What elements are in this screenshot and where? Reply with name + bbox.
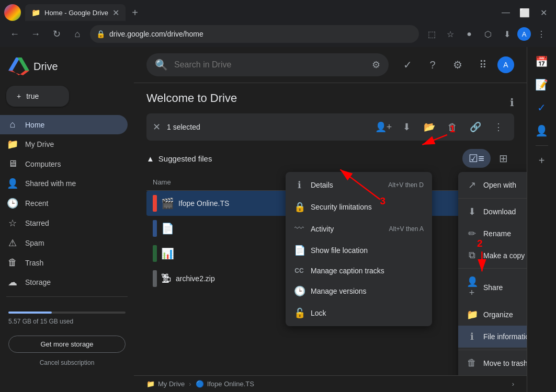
suggested-title-text: Suggested files [158, 154, 212, 163]
app: Drive + true ⌂ Home 📁 My Drive 🖥 Compute… [0, 47, 556, 392]
tab-close-button[interactable]: ✕ [112, 8, 119, 18]
menu-item-captions[interactable]: CC Manage caption tracks [286, 261, 432, 280]
sidebar-icon-shared: 👤 [6, 178, 19, 189]
list-view-button[interactable]: ☑≡ [462, 149, 491, 168]
header-icons: ✓ ? ⚙ ⠿ A [397, 54, 514, 75]
breadcrumb-bar: 📁 My Drive › 🔵 Ifope Online.TS › [134, 375, 527, 392]
new-button[interactable]: + true [6, 86, 69, 107]
settings-button[interactable]: ⚙ [447, 54, 468, 75]
share-action-button[interactable]: 👤+ [374, 118, 393, 136]
cancel-subscription-link[interactable]: Cancel subscription [0, 357, 134, 368]
sidebar-item-starred[interactable]: ☆ Starred [0, 213, 128, 233]
user-avatar[interactable]: A [497, 56, 514, 73]
sidebar-icon-my-drive: 📁 [6, 139, 19, 150]
suggested-title: ▲ Suggested files [146, 154, 212, 163]
selection-bar: ✕ 1 selected 👤+ ⬇ 📂 🗑 🔗 ⋮ [146, 113, 514, 141]
captions-label: Manage caption tracks [311, 267, 424, 275]
back-button[interactable]: ← [6, 26, 23, 42]
breadcrumb-file-icon: 🔵 [196, 380, 204, 388]
breadcrumb-my-drive[interactable]: 📁 My Drive [146, 380, 185, 388]
tasks-icon[interactable]: ✓ [531, 97, 552, 118]
menu-item-download[interactable]: ⬇ Download [458, 201, 527, 223]
menu-item-details[interactable]: ℹ Details Alt+V then D [286, 174, 432, 196]
sidebar-label-computers: Computers [25, 160, 61, 168]
add-icon[interactable]: + [531, 150, 552, 171]
home-button[interactable]: ⌂ [69, 26, 86, 42]
apps-button[interactable]: ⠿ [472, 54, 493, 75]
selection-close-button[interactable]: ✕ [153, 121, 161, 133]
link-action-button[interactable]: 🔗 [466, 118, 485, 136]
menu-item-lock[interactable]: 🔓 Lock [286, 302, 432, 324]
sidebar-item-trash[interactable]: 🗑 Trash [0, 253, 128, 272]
cast-button[interactable]: ⬚ [423, 26, 440, 42]
suggested-toggle-icon[interactable]: ▲ [146, 154, 154, 163]
calendar-icon[interactable]: 📅 [531, 51, 552, 72]
sidebar-item-recent[interactable]: 🕒 Recent [0, 193, 128, 213]
versions-icon: 🕒 [294, 285, 304, 297]
svg-marker-2 [8, 71, 29, 75]
storage-bar-background [8, 312, 126, 314]
delete-action-button[interactable]: 🗑 [443, 118, 462, 136]
breadcrumb-file[interactable]: 🔵 Ifope Online.TS [196, 380, 254, 388]
file-icon-1: 🎬 [161, 197, 174, 210]
search-bar[interactable]: 🔍 ⚙ [146, 53, 389, 76]
info-button[interactable]: ℹ [510, 96, 514, 109]
new-tab-button[interactable]: + [128, 5, 142, 20]
notes-icon[interactable]: 📝 [531, 74, 552, 95]
sidebar-item-my-drive[interactable]: 📁 My Drive [0, 134, 128, 154]
get-storage-button[interactable]: Get more storage [8, 336, 126, 353]
menu-item-show-location[interactable]: 📄 Show file location [286, 239, 432, 261]
search-input[interactable] [174, 60, 366, 70]
download-action-button[interactable]: ⬇ [397, 118, 416, 136]
menu-item-not-helpful[interactable]: 👎 Not a helpful suggestion [458, 374, 527, 375]
menu-item-open-with[interactable]: ↗ Open with › [458, 174, 527, 196]
active-tab[interactable]: 📁 Home - Google Drive ✕ [25, 4, 126, 21]
maximize-button[interactable]: ⬜ [516, 4, 533, 21]
address-bar[interactable]: 🔒 drive.google.com/drive/home [90, 25, 419, 43]
menu-item-versions[interactable]: 🕒 Manage versions [286, 280, 432, 302]
help-button[interactable]: ? [422, 54, 443, 75]
puzzle-button[interactable]: ⬡ [480, 26, 496, 42]
breadcrumb-separator: › [189, 380, 191, 388]
menu-item-file-info[interactable]: ℹ File information › [458, 326, 527, 348]
menu-item-share[interactable]: 👤+ Share › [458, 271, 527, 304]
search-filter-icon[interactable]: ⚙ [372, 59, 380, 71]
main-header: 🔍 ⚙ ✓ ? ⚙ ⠿ A [134, 47, 527, 83]
checklist-button[interactable]: ✓ [397, 54, 418, 75]
bookmark-button[interactable]: ☆ [442, 26, 459, 42]
contacts-icon[interactable]: 👤 [531, 120, 552, 141]
browser-menu-button[interactable]: ⋮ [533, 26, 550, 42]
file-info-icon: ℹ [467, 331, 477, 342]
menu-item-rename[interactable]: ✏ Rename Ctrl+Alt+E [458, 223, 527, 245]
nav-right-buttons: ⬚ ☆ ● ⬡ ⬇ A ⋮ [423, 26, 550, 42]
menu-item-security[interactable]: 🔒 Security limitations [286, 196, 432, 218]
sidebar-item-spam[interactable]: ⚠ Spam [0, 233, 128, 253]
grid-view-button[interactable]: ⊞ [493, 149, 514, 168]
menu-item-copy[interactable]: ⧉ Make a copy Ctrl+C Ctrl+V [458, 245, 527, 266]
browser-icon [4, 4, 21, 21]
move-action-button[interactable]: 📂 [420, 118, 439, 136]
more-actions-button[interactable]: ⋮ [489, 118, 508, 136]
reload-button[interactable]: ↻ [48, 26, 65, 42]
menu-item-trash[interactable]: 🗑 Move to trash Delete [458, 352, 527, 374]
open-with-label: Open with [483, 181, 527, 189]
trash-icon: 🗑 [467, 358, 477, 368]
sidebar-item-computers[interactable]: 🖥 Computers [0, 154, 128, 174]
minimize-button[interactable]: — [497, 4, 514, 21]
forward-button[interactable]: → [27, 26, 44, 42]
close-window-button[interactable]: ✕ [535, 4, 552, 21]
breadcrumb-expand-button[interactable]: › [512, 380, 514, 388]
file-info-label: File information [483, 332, 527, 341]
menu-item-activity[interactable]: 〰 Activity Alt+V then A [286, 218, 432, 239]
circle-button[interactable]: ● [461, 26, 478, 42]
sidebar-label-shared: Shared with me [25, 179, 76, 188]
sidebar-item-shared[interactable]: 👤 Shared with me [0, 174, 128, 193]
browser-user-avatar[interactable]: A [517, 27, 531, 41]
activity-shortcut: Alt+V then A [389, 225, 424, 233]
lock-label: Lock [311, 309, 424, 317]
sidebar-item-home[interactable]: ⌂ Home [0, 115, 128, 134]
download-status-button[interactable]: ⬇ [498, 26, 515, 42]
sidebar-item-storage[interactable]: ☁ Storage [0, 272, 128, 292]
menu-item-organize[interactable]: 📁 Organize › [458, 304, 527, 326]
storage-bar-fill [8, 312, 52, 314]
